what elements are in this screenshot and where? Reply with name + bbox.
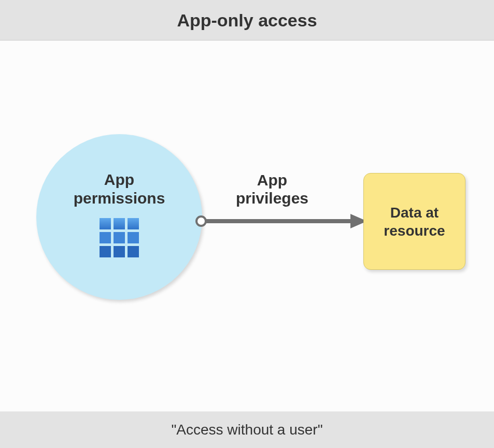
- svg-rect-5: [128, 232, 139, 243]
- svg-point-9: [196, 216, 206, 226]
- svg-rect-3: [100, 232, 111, 243]
- node-data-at-resource: Data at resource: [363, 173, 465, 270]
- node-data-at-resource-label: Data at resource: [384, 204, 445, 240]
- label-text: privileges: [236, 190, 308, 207]
- diagram-frame: App-only access App permissions: [0, 0, 494, 448]
- label-text: App: [257, 171, 287, 189]
- label-text: App: [104, 171, 134, 188]
- diagram-caption: "Access without a user": [0, 412, 494, 448]
- edge-label-app-privileges: App privileges: [213, 171, 332, 207]
- svg-rect-4: [114, 232, 125, 243]
- edge-arrow: [196, 211, 367, 232]
- svg-rect-8: [128, 246, 139, 257]
- label-text: permissions: [74, 190, 165, 207]
- svg-rect-2: [128, 218, 139, 229]
- node-app-permissions-label: App permissions: [74, 170, 165, 208]
- svg-rect-0: [100, 218, 111, 229]
- label-text: Data at: [390, 205, 439, 221]
- diagram-canvas: App permissions: [0, 40, 494, 412]
- svg-rect-6: [100, 246, 111, 257]
- svg-rect-7: [114, 246, 125, 257]
- diagram-title: App-only access: [0, 0, 494, 40]
- label-text: resource: [384, 223, 445, 239]
- app-grid-icon: [98, 217, 140, 258]
- svg-rect-1: [114, 218, 125, 229]
- node-app-permissions: App permissions: [36, 134, 202, 300]
